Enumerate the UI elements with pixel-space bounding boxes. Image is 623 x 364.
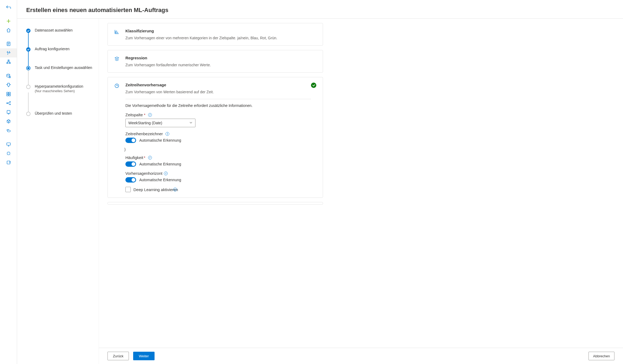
left-rail (0, 0, 17, 364)
task-card-next[interactable] (107, 202, 323, 205)
rail-jobs-icon[interactable] (0, 80, 17, 90)
frequency-toggle[interactable] (125, 161, 136, 167)
svg-rect-2 (7, 63, 8, 63)
required-indicator: * (144, 113, 145, 117)
rail-labeling-icon[interactable] (0, 158, 17, 167)
timeseries-icon (114, 83, 121, 192)
svg-rect-3 (9, 63, 10, 63)
rail-components-icon[interactable] (0, 90, 17, 99)
deep-learning-label: Deep Learning aktivieren (133, 187, 178, 192)
info-icon[interactable]: i (148, 156, 152, 160)
frequency-toggle-label: Automatische Erkennung (139, 162, 181, 166)
timeseries-title: Zeitreihenvorhersage (125, 83, 311, 87)
info-icon[interactable]: i (164, 172, 168, 175)
footer: Zurück Weiter Abbrechen (99, 348, 623, 364)
rail-models-icon[interactable] (0, 117, 17, 126)
step-data-asset[interactable]: Datenasset auswählen (26, 28, 93, 33)
rail-back-icon[interactable] (0, 3, 17, 12)
svg-rect-9 (9, 94, 10, 96)
step-hyperparameter[interactable]: Hyperparameterkonfiguration (Nur maschin… (26, 84, 93, 93)
step-task-settings[interactable]: Task und Einstellungen auswählen (26, 65, 93, 70)
ts-id-toggle[interactable] (125, 138, 136, 143)
classification-icon (114, 29, 121, 40)
ts-id-toggle-label: Automatische Erkennung (139, 138, 181, 142)
rail-home-icon[interactable] (0, 26, 17, 35)
step-configure-job[interactable]: Auftrag konfigurieren (26, 47, 93, 52)
svg-point-12 (9, 104, 10, 105)
svg-point-11 (9, 102, 10, 102)
horizon-label: Vorhersagenhorizont (125, 171, 162, 176)
info-icon[interactable]: i (173, 188, 177, 191)
regression-desc: Zum Vorhersagen fortlaufender numerische… (125, 63, 316, 67)
time-column-label: Zeitspalte (125, 113, 143, 117)
rail-data-icon[interactable] (0, 71, 17, 80)
rail-notebooks-icon[interactable] (0, 39, 17, 48)
page-header: Erstellen eines neuen automatisierten ML… (17, 0, 623, 19)
rail-new-icon[interactable] (0, 17, 17, 26)
chevron-down-icon (189, 121, 193, 125)
task-card-classification[interactable]: Klassifizierung Zum Vorhersagen einer vo… (107, 23, 323, 46)
svg-rect-7 (9, 92, 10, 94)
page-title: Erstellen eines neuen automatisierten ML… (26, 7, 623, 14)
stray-text: ) (124, 147, 311, 152)
timeseries-desc: Zum Vorhersagen von Werten basierend auf… (125, 90, 311, 94)
svg-point-10 (6, 103, 7, 103)
task-card-timeseries[interactable]: Zeitreihenvorhersage Zum Vorhersagen von… (107, 77, 323, 198)
step-review[interactable]: Überprüfen und testen (26, 111, 93, 116)
svg-rect-14 (7, 143, 10, 145)
classification-desc: Zum Vorhersagen einer von mehreren Kateg… (125, 36, 316, 40)
selected-check-icon (311, 83, 316, 88)
deep-learning-checkbox[interactable] (125, 187, 131, 192)
svg-rect-6 (7, 92, 8, 94)
horizon-toggle[interactable] (125, 177, 136, 183)
rail-pipelines-icon[interactable] (0, 57, 17, 67)
rail-automl-icon[interactable] (0, 48, 17, 57)
ts-id-label: Zeitreihenbezeichner (125, 131, 163, 136)
svg-point-4 (7, 74, 10, 75)
required-indicator: * (144, 155, 145, 160)
cancel-button[interactable]: Abbrechen (589, 352, 614, 360)
svg-rect-8 (7, 94, 8, 96)
timeseries-extra-info: Die Vorhersagemethode für die Zeitreihe … (125, 103, 311, 108)
rail-compute-icon[interactable] (0, 108, 17, 117)
back-button[interactable]: Zurück (107, 352, 129, 360)
regression-icon (114, 56, 121, 67)
classification-title: Klassifizierung (125, 29, 316, 33)
frequency-label: Häufigkeit (125, 155, 143, 160)
task-card-regression[interactable]: Regression Zum Vorhersagen fortlaufender… (107, 50, 323, 73)
info-icon[interactable]: i (166, 132, 169, 136)
rail-linked-icon[interactable] (0, 149, 17, 158)
info-icon[interactable]: i (148, 113, 152, 117)
steps-sidebar: Datenasset auswählen Auftrag konfigurier… (17, 19, 99, 364)
time-column-select[interactable]: WeekStarting (Date) (125, 119, 195, 127)
rail-monitor-icon[interactable] (0, 140, 17, 149)
horizon-toggle-label: Automatische Erkennung (139, 178, 181, 182)
rail-environments-icon[interactable] (0, 126, 17, 135)
next-button[interactable]: Weiter (133, 352, 155, 360)
svg-rect-13 (7, 110, 10, 113)
regression-title: Regression (125, 56, 316, 60)
rail-endpoints-icon[interactable] (0, 99, 17, 108)
svg-rect-1 (8, 60, 9, 61)
